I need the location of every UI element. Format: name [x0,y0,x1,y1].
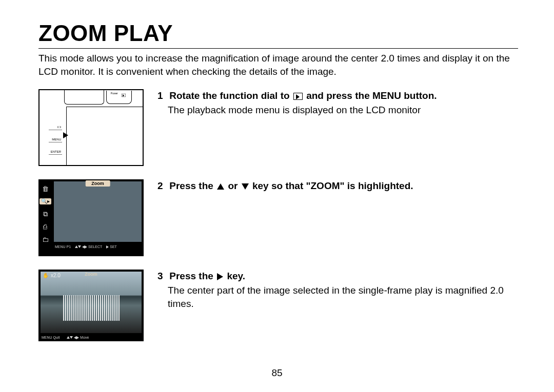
zoom-icon: 🔍▸ [39,198,51,204]
step3-head-after: key. [227,271,245,281]
steps-grid: Power I□I MENU ENTER 1 Rotate the functi… [38,89,518,341]
page-title: ZOOM PLAY [38,20,518,49]
page-number: 85 [0,367,554,379]
overlay-tab-zoom: Zoom [85,272,97,277]
step3-head-before: Press the [169,271,213,281]
step-number: 3 [157,270,167,283]
print-icon: ⎙ [43,223,47,230]
step1-text: 1 Rotate the function dial to and press … [157,89,518,166]
camera-button-menu: MENU [49,136,62,142]
camera-button-1: I□I [49,124,62,130]
step3-illustration: Zoom ✋ x2.0 MENU Quit Move [38,270,144,341]
folder-icon: 🗀 [42,236,49,243]
step2-head-before: Press the [169,180,213,191]
step-number: 1 [157,89,167,102]
step3-footer: MENU Quit Move [41,334,142,340]
step3-body: The center part of the image selected in… [168,284,518,310]
playback-mode-icon [293,93,303,100]
magnification-label: x2.0 [51,273,61,278]
step2-head-after: key so that "ZOOM" is highlighted. [252,180,413,191]
footer-menu: MENU P1 [55,245,71,249]
menu-tab-zoom: Zoom [85,180,110,187]
footer-menu-quit: MENU Quit [42,336,60,339]
step-number: 2 [157,179,167,193]
step1-illustration: Power I□I MENU ENTER [38,89,144,166]
right-key-icon [217,273,223,280]
hand-icon: ✋ [43,273,49,278]
up-key-icon [217,183,224,190]
trash-icon: 🗑 [42,185,49,192]
pointer-arrow-icon [63,132,68,138]
step2-head-mid: or [228,180,238,191]
step2-text: 2 Press the or key so that "ZOOM" is hig… [157,179,518,256]
power-label: Power [111,92,118,95]
step1-body: The playback mode menu is displayed on t… [168,104,518,117]
camera-button-enter: ENTER [49,149,62,155]
down-key-icon [242,183,249,190]
step1-head-after: and press the MENU button. [306,90,437,101]
step2-footer: MENU P1 SELECT SET [54,243,142,250]
intro-paragraph: This mode allows you to increase the mag… [38,52,518,78]
step3-text: 3 Press the key. The center part of the … [157,270,518,341]
footer-select: SELECT [88,245,102,249]
multi-icon: ⧉ [43,211,48,217]
zoomed-image-preview [41,272,142,333]
footer-set: SET [110,245,117,249]
footer-move: Move [80,336,89,339]
manual-page: ZOOM PLAY This mode allows you to increa… [0,0,554,392]
step1-head-before: Rotate the function dial to [169,90,289,101]
step2-illustration: 🗑 🔍▸ ⧉ ⎙ 🗀 Zoom MENU P1 SELECT SET [38,179,144,256]
